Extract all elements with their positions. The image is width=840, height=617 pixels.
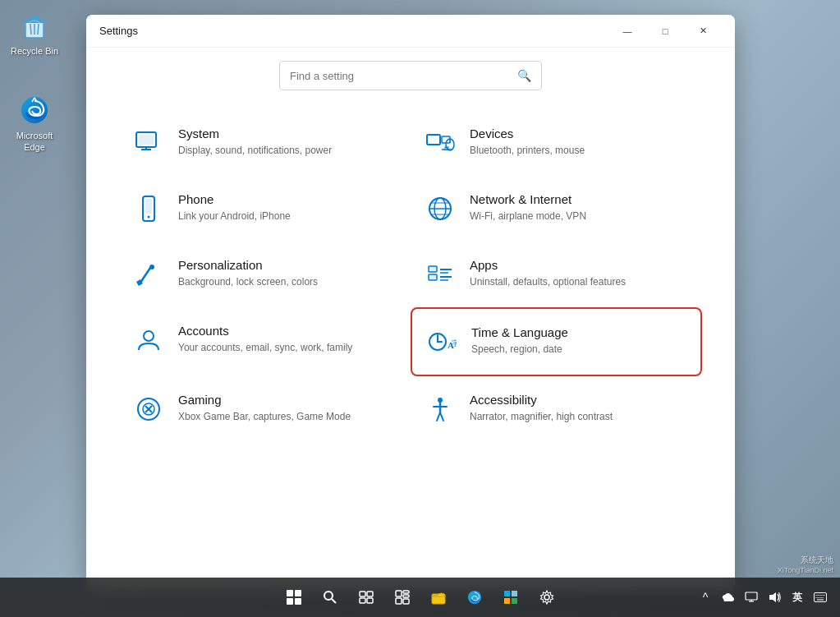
settings-item-personalization[interactable]: Personalization Background, lock screen,… <box>119 242 411 307</box>
search-box[interactable]: 🔍 <box>279 61 542 90</box>
start-button[interactable] <box>278 581 310 614</box>
apps-desc: Uninstall, defaults, optional features <box>470 275 689 289</box>
svg-line-45 <box>437 412 440 421</box>
svg-rect-53 <box>360 592 365 596</box>
phone-text: Phone Link your Android, iPhone <box>178 192 397 223</box>
title-bar: Settings — □ ✕ <box>86 15 735 48</box>
svg-rect-54 <box>367 592 373 596</box>
desktop: Recycle Bin <box>0 0 840 617</box>
tray-language[interactable]: 英 <box>787 587 807 607</box>
maximize-button[interactable]: □ <box>646 18 684 44</box>
time-language-text: Time & Language Speech, region, date <box>471 325 687 357</box>
widgets-button[interactable] <box>386 581 419 614</box>
svg-rect-27 <box>429 274 437 280</box>
settings-item-devices[interactable]: Devices Bluetooth, printers, mouse <box>411 110 702 176</box>
svg-marker-72 <box>769 592 776 602</box>
accessibility-text: Accessibility Narrator, magnifier, high … <box>470 393 689 424</box>
time-language-desc: Speech, region, date <box>471 343 687 357</box>
time-language-title: Time & Language <box>471 325 687 339</box>
svg-rect-49 <box>287 598 293 605</box>
svg-point-51 <box>324 592 333 600</box>
svg-rect-16 <box>145 199 152 214</box>
phone-icon <box>132 192 165 225</box>
taskview-button[interactable] <box>350 581 383 614</box>
phone-desc: Link your Android, iPhone <box>178 210 397 223</box>
settings-item-accessibility[interactable]: Accessibility Narrator, magnifier, high … <box>411 376 702 442</box>
svg-rect-60 <box>396 598 402 604</box>
svg-point-25 <box>149 265 154 269</box>
tray-display[interactable] <box>741 587 761 607</box>
settings-item-gaming[interactable]: Gaming Xbox Game Bar, captures, Game Mod… <box>119 376 411 442</box>
apps-text: Apps Uninstall, defaults, optional featu… <box>470 258 689 289</box>
tray-chevron[interactable]: ^ <box>695 587 715 607</box>
svg-rect-50 <box>295 598 301 605</box>
close-button[interactable]: ✕ <box>684 18 722 44</box>
personalization-icon <box>132 258 165 291</box>
svg-rect-47 <box>287 590 293 596</box>
file-explorer-button[interactable] <box>422 581 455 614</box>
taskbar-settings-button[interactable] <box>530 581 563 614</box>
svg-rect-55 <box>360 598 365 603</box>
accounts-icon <box>132 324 165 357</box>
store-button[interactable] <box>494 581 527 614</box>
edge-label: Microsoft Edge <box>5 130 64 154</box>
system-tray: ^ <box>695 587 830 607</box>
edge-image <box>18 94 51 127</box>
network-title: Network & Internet <box>470 192 689 206</box>
svg-rect-26 <box>429 266 437 272</box>
accounts-title: Accounts <box>178 324 397 338</box>
microsoft-edge-icon[interactable]: Microsoft Edge <box>2 90 67 157</box>
personalization-title: Personalization <box>178 258 397 272</box>
system-title: System <box>178 127 397 140</box>
svg-rect-67 <box>512 598 517 604</box>
settings-item-time-language[interactable]: A 字 Time & Language Speech, region, date <box>411 307 702 376</box>
svg-rect-61 <box>403 599 409 604</box>
svg-rect-8 <box>427 135 440 145</box>
svg-rect-69 <box>746 592 757 600</box>
svg-rect-65 <box>512 591 517 596</box>
apps-title: Apps <box>470 258 689 272</box>
devices-title: Devices <box>470 127 689 140</box>
taskbar-edge-button[interactable] <box>458 581 491 614</box>
settings-item-phone[interactable]: Phone Link your Android, iPhone <box>119 176 411 242</box>
devices-desc: Bluetooth, printers, mouse <box>470 144 689 158</box>
taskbar-tray: ^ <box>695 587 830 607</box>
gaming-desc: Xbox Game Bar, captures, Game Mode <box>178 410 397 424</box>
system-text: System Display, sound, notifications, po… <box>178 127 397 158</box>
tray-cloud[interactable] <box>718 587 738 607</box>
watermark: 系统天地 XiTongTianDi.net <box>778 555 833 574</box>
svg-line-52 <box>332 599 336 603</box>
search-container: 🔍 <box>86 48 735 110</box>
settings-item-network[interactable]: Network & Internet Wi-Fi, airplane mode,… <box>411 176 702 242</box>
recycle-bin-label: Recycle Bin <box>11 45 58 57</box>
window-controls: — □ ✕ <box>608 18 722 44</box>
recycle-bin-image <box>18 9 51 42</box>
minimize-button[interactable]: — <box>608 18 646 44</box>
tray-keyboard[interactable] <box>810 587 830 607</box>
taskbar: ^ <box>0 578 840 617</box>
svg-rect-59 <box>403 595 409 597</box>
settings-content: System Display, sound, notifications, po… <box>86 110 735 590</box>
taskbar-search-button[interactable] <box>314 581 347 614</box>
svg-rect-7 <box>139 135 154 145</box>
network-desc: Wi-Fi, airplane mode, VPN <box>470 210 689 223</box>
svg-rect-48 <box>295 590 301 596</box>
accounts-text: Accounts Your accounts, email, sync, wor… <box>178 324 397 355</box>
search-input[interactable] <box>290 70 511 82</box>
recycle-bin-icon[interactable]: Recycle Bin <box>2 6 67 60</box>
taskbar-center <box>278 581 563 614</box>
svg-rect-66 <box>504 598 510 604</box>
network-icon <box>424 192 457 225</box>
svg-line-23 <box>140 268 150 283</box>
tray-volume[interactable] <box>764 587 784 607</box>
svg-line-46 <box>440 412 443 421</box>
gaming-title: Gaming <box>178 393 397 407</box>
personalization-text: Personalization Background, lock screen,… <box>178 258 397 289</box>
settings-item-system[interactable]: System Display, sound, notifications, po… <box>119 110 411 176</box>
phone-title: Phone <box>178 192 397 206</box>
settings-item-apps[interactable]: Apps Uninstall, defaults, optional featu… <box>411 242 702 307</box>
accessibility-icon <box>424 393 457 426</box>
settings-item-accounts[interactable]: Accounts Your accounts, email, sync, wor… <box>119 307 411 376</box>
svg-rect-57 <box>396 591 402 596</box>
settings-grid: System Display, sound, notifications, po… <box>119 110 702 442</box>
